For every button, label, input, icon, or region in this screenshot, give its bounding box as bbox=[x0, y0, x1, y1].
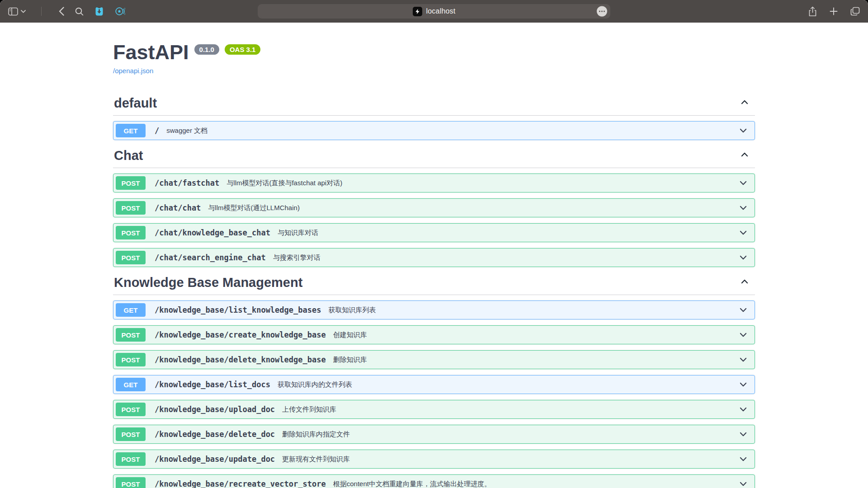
operation-summary: 与llm模型对话(通过LLMChain) bbox=[208, 204, 300, 212]
operation-row[interactable]: GET /knowledge_base/list_knowledge_bases… bbox=[113, 300, 755, 319]
tag-section-header[interactable]: default bbox=[113, 96, 755, 116]
operation-summary: 删除知识库 bbox=[333, 356, 367, 364]
method-badge: GET bbox=[116, 378, 146, 391]
chevron-down-icon[interactable] bbox=[738, 479, 748, 488]
tag-section-title: default bbox=[114, 96, 157, 111]
api-title-text: FastAPI bbox=[113, 42, 189, 63]
operation-path: /chat/knowledge_base_chat bbox=[155, 228, 270, 237]
toolbar-divider bbox=[41, 7, 42, 16]
chevron-down-icon[interactable] bbox=[738, 429, 748, 439]
method-badge: POST bbox=[116, 477, 146, 488]
operation-row[interactable]: POST /knowledge_base/recreate_vector_sto… bbox=[113, 474, 755, 488]
openapi-spec-link[interactable]: /openapi.json bbox=[113, 67, 153, 75]
operation-summary: 上传文件到知识库 bbox=[282, 405, 336, 414]
new-tab-icon[interactable] bbox=[830, 7, 838, 15]
operation-summary: 与搜索引擎对话 bbox=[273, 253, 321, 262]
operation-path: / bbox=[155, 126, 159, 135]
chevron-down-icon[interactable] bbox=[738, 178, 748, 188]
method-badge: POST bbox=[116, 427, 146, 441]
chevron-down-icon[interactable] bbox=[738, 126, 748, 136]
method-badge: POST bbox=[116, 226, 146, 239]
method-badge: POST bbox=[116, 353, 146, 366]
operation-path: /knowledge_base/list_docs bbox=[155, 380, 270, 389]
method-badge: GET bbox=[116, 303, 146, 317]
operation-summary: 删除知识库内指定文件 bbox=[282, 430, 350, 439]
method-badge: POST bbox=[116, 403, 146, 416]
operation-path: /knowledge_base/delete_knowledge_base bbox=[155, 355, 326, 364]
operation-row[interactable]: POST /knowledge_base/create_knowledge_ba… bbox=[113, 325, 755, 344]
operation-row[interactable]: POST /chat/fastchat 与llm模型对话(直接与fastchat… bbox=[113, 174, 755, 192]
operation-list: POST /chat/fastchat 与llm模型对话(直接与fastchat… bbox=[113, 174, 755, 267]
operation-path: /knowledge_base/upload_doc bbox=[155, 405, 275, 414]
chevron-up-icon[interactable] bbox=[740, 97, 750, 109]
operation-summary: 根据content中文档重建向量库，流式输出处理进度。 bbox=[333, 480, 491, 488]
operation-summary: 与知识库对话 bbox=[278, 229, 318, 237]
operation-path: /knowledge_base/create_knowledge_base bbox=[155, 330, 326, 339]
chevron-down-icon[interactable] bbox=[738, 404, 748, 414]
url-text: localhost bbox=[426, 7, 456, 15]
operation-path: /chat/fastchat bbox=[155, 178, 219, 188]
operation-path: /chat/search_engine_chat bbox=[155, 253, 266, 262]
sidebar-toggle-icon[interactable] bbox=[8, 7, 18, 16]
operation-row[interactable]: GET / swagger 文档 bbox=[113, 121, 755, 140]
browser-window: localhost bbox=[0, 0, 868, 488]
operation-row[interactable]: GET /knowledge_base/list_docs 获取知识库内的文件列… bbox=[113, 375, 755, 394]
sidebar-chevron-down-icon[interactable] bbox=[21, 10, 26, 13]
chevron-down-icon[interactable] bbox=[738, 454, 748, 464]
version-badge: 0.1.0 bbox=[194, 44, 219, 55]
chevron-up-icon[interactable] bbox=[740, 150, 750, 162]
operation-row[interactable]: POST /knowledge_base/update_doc 更新现有文件到知… bbox=[113, 450, 755, 469]
address-bar[interactable]: localhost bbox=[258, 4, 610, 19]
method-badge: GET bbox=[116, 124, 146, 137]
chevron-down-icon[interactable] bbox=[738, 330, 748, 340]
share-icon[interactable] bbox=[808, 6, 817, 17]
operation-summary: 创建知识库 bbox=[333, 331, 367, 339]
operation-row[interactable]: POST /chat/search_engine_chat 与搜索引擎对话 bbox=[113, 248, 755, 267]
operation-summary: 与llm模型对话(直接与fastchat api对话) bbox=[226, 179, 342, 188]
method-badge: POST bbox=[116, 251, 146, 264]
tag-section-title: Chat bbox=[114, 148, 143, 163]
swagger-page: FastAPI 0.1.0 OAS 3.1 /openapi.json defa… bbox=[0, 23, 868, 488]
operation-path: /knowledge_base/recreate_vector_store bbox=[155, 479, 326, 488]
operation-summary: 获取知识库列表 bbox=[328, 306, 376, 314]
method-badge: POST bbox=[116, 452, 146, 466]
operation-row[interactable]: POST /chat/knowledge_base_chat 与知识库对话 bbox=[113, 223, 755, 242]
ellipsis-icon[interactable] bbox=[597, 6, 607, 17]
operation-row[interactable]: POST /chat/chat 与llm模型对话(通过LLMChain) bbox=[113, 198, 755, 217]
chevron-down-icon[interactable] bbox=[738, 305, 748, 315]
operation-row[interactable]: POST /knowledge_base/delete_doc 删除知识库内指定… bbox=[113, 425, 755, 444]
browser-toolbar: localhost bbox=[0, 0, 868, 23]
back-icon[interactable] bbox=[59, 7, 64, 16]
operation-path: /knowledge_base/list_knowledge_bases bbox=[155, 305, 321, 314]
tag-section-header[interactable]: Knowledge Base Management bbox=[113, 275, 755, 295]
operation-path: /knowledge_base/update_doc bbox=[155, 455, 275, 464]
tab-overview-icon[interactable] bbox=[850, 7, 860, 16]
method-badge: POST bbox=[116, 328, 146, 342]
operation-summary: 更新现有文件到知识库 bbox=[282, 455, 350, 464]
oas-badge: OAS 3.1 bbox=[225, 44, 261, 55]
operation-summary: swagger 文档 bbox=[166, 127, 208, 135]
operation-list: GET /knowledge_base/list_knowledge_bases… bbox=[113, 300, 755, 488]
chevron-down-icon[interactable] bbox=[738, 253, 748, 263]
method-badge: POST bbox=[116, 201, 146, 215]
chevron-down-icon[interactable] bbox=[738, 355, 748, 365]
chevron-down-icon[interactable] bbox=[738, 203, 748, 213]
chevron-down-icon[interactable] bbox=[738, 228, 748, 238]
extension-bookmark-icon[interactable] bbox=[94, 6, 104, 16]
tag-section: default GET / swagger 文档 bbox=[113, 96, 755, 140]
operation-row[interactable]: POST /knowledge_base/upload_doc 上传文件到知识库 bbox=[113, 400, 755, 419]
tag-section: Chat POST /chat/fastchat 与llm模型对话(直接与fas… bbox=[113, 148, 755, 267]
tag-section-header[interactable]: Chat bbox=[113, 148, 755, 168]
extension-radar-icon[interactable] bbox=[115, 6, 125, 16]
search-icon[interactable] bbox=[75, 7, 84, 16]
operation-row[interactable]: POST /knowledge_base/delete_knowledge_ba… bbox=[113, 350, 755, 369]
sections: default GET / swagger 文档 Chat bbox=[113, 96, 755, 488]
operation-list: GET / swagger 文档 bbox=[113, 121, 755, 140]
operation-path: /knowledge_base/delete_doc bbox=[155, 430, 275, 439]
method-badge: POST bbox=[116, 176, 146, 190]
chevron-up-icon[interactable] bbox=[740, 277, 750, 289]
api-info: FastAPI 0.1.0 OAS 3.1 /openapi.json bbox=[113, 42, 755, 75]
tag-section: Knowledge Base Management GET /knowledge… bbox=[113, 275, 755, 488]
chevron-down-icon[interactable] bbox=[738, 380, 748, 389]
page-title: FastAPI 0.1.0 OAS 3.1 bbox=[113, 42, 755, 63]
